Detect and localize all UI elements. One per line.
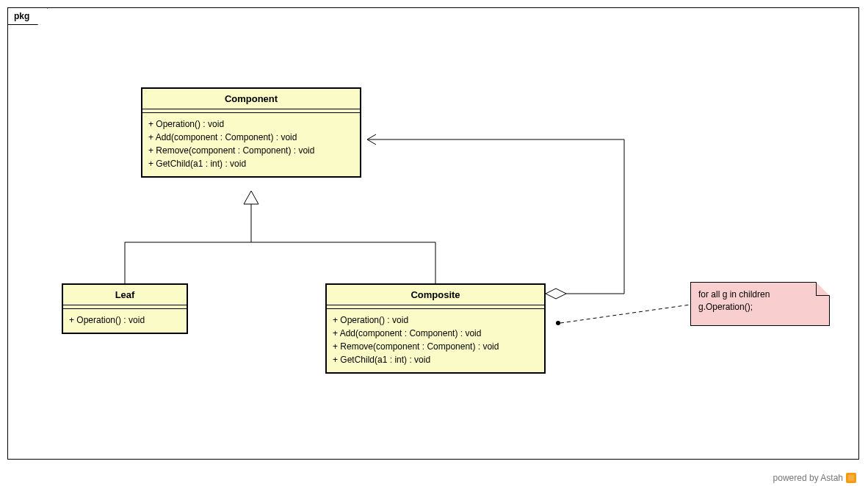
package-label: pkg <box>7 7 48 25</box>
class-member: + Remove(component : Component) : void <box>148 144 354 157</box>
class-component-title: Component <box>142 89 360 109</box>
note-text-line: g.Operation(); <box>698 301 822 313</box>
class-member: + Operation() : void <box>69 313 181 327</box>
class-component[interactable]: Component + Operation() : void + Add(com… <box>141 87 361 178</box>
note-text-line: for all g in children <box>698 289 822 301</box>
class-member: + Add(component : Component) : void <box>333 327 538 340</box>
branding-text: powered by Astah <box>773 473 843 483</box>
class-leaf[interactable]: Leaf + Operation() : void <box>62 283 188 334</box>
class-member: + Operation() : void <box>148 117 354 131</box>
astah-logo-icon <box>846 473 856 483</box>
class-leaf-title: Leaf <box>63 285 187 305</box>
class-member: + Remove(component : Component) : void <box>333 340 538 353</box>
class-composite[interactable]: Composite + Operation() : void + Add(com… <box>325 283 546 374</box>
diagram-canvas: pkg Component + Operation() : void + Add… <box>0 0 868 486</box>
class-component-members: + Operation() : void + Add(component : C… <box>142 113 360 176</box>
class-composite-title: Composite <box>327 285 544 305</box>
package-frame: pkg <box>7 7 859 460</box>
class-member: + GetChild(a1 : int) : void <box>148 157 354 170</box>
class-member: + Operation() : void <box>333 313 538 327</box>
class-leaf-members: + Operation() : void <box>63 309 187 333</box>
uml-note[interactable]: for all g in children g.Operation(); <box>690 282 830 326</box>
class-member: + Add(component : Component) : void <box>148 131 354 144</box>
class-composite-members: + Operation() : void + Add(component : C… <box>327 309 544 372</box>
class-member: + GetChild(a1 : int) : void <box>333 353 538 366</box>
branding-footer: powered by Astah <box>773 473 856 483</box>
